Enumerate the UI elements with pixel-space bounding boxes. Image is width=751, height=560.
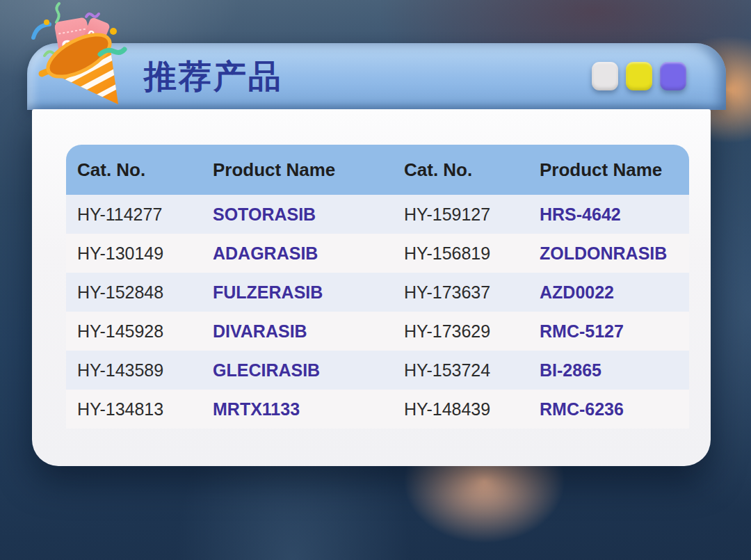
cat-no: HY-145928	[66, 321, 202, 342]
cat-no: HY-173629	[393, 321, 528, 342]
column-header-cat-no-1: Cat. No.	[66, 159, 202, 181]
table-row: HY-143589 GLECIRASIB HY-153724 BI-2865	[66, 351, 689, 390]
cat-no: HY-153724	[393, 360, 528, 381]
popper-cone	[42, 26, 140, 118]
cat-no: HY-134813	[66, 399, 202, 419]
window-button-yellow[interactable]	[626, 62, 652, 90]
column-header-product-name-2: Product Name	[528, 159, 689, 181]
confetti-teal-ribbon	[100, 49, 124, 54]
confetti-yellow-dot	[44, 19, 49, 25]
cat-no: HY-156819	[393, 243, 528, 264]
table-header-row: Cat. No. Product Name Cat. No. Product N…	[66, 145, 689, 195]
cat-no: HY-130149	[66, 243, 202, 264]
product-link[interactable]: AZD0022	[528, 282, 689, 303]
table-row: HY-130149 ADAGRASIB HY-156819 ZOLDONRASI…	[66, 234, 689, 273]
product-link[interactable]: SOTORASIB	[202, 205, 393, 225]
cat-no: HY-114277	[66, 205, 202, 225]
product-link[interactable]: RMC-5127	[528, 321, 689, 342]
table-row: HY-134813 MRTX1133 HY-148439 RMC-6236	[66, 390, 689, 429]
product-link[interactable]: BI-2865	[528, 360, 689, 381]
cat-no: HY-159127	[393, 205, 528, 225]
product-link[interactable]: FULZERASIB	[202, 282, 393, 303]
column-header-product-name-1: Product Name	[202, 159, 393, 181]
product-link[interactable]: DIVARASIB	[202, 321, 393, 342]
party-popper-icon: % %	[28, 1, 140, 118]
product-link[interactable]: GLECIRASIB	[202, 360, 393, 381]
table-row: HY-152848 FULZERASIB HY-173637 AZD0022	[66, 273, 689, 312]
column-header-cat-no-2: Cat. No.	[393, 159, 528, 181]
table-row: HY-145928 DIVARASIB HY-173629 RMC-5127	[66, 312, 689, 351]
window-controls	[592, 62, 686, 90]
product-table: Cat. No. Product Name Cat. No. Product N…	[66, 145, 689, 429]
confetti-yellow-dot	[110, 28, 117, 35]
page-title: 推荐产品	[144, 55, 283, 99]
window-button-white[interactable]	[592, 62, 618, 90]
cat-no: HY-148439	[393, 399, 528, 419]
confetti-blue-swoosh	[33, 24, 49, 38]
cat-no: HY-143589	[66, 360, 202, 381]
product-link[interactable]: ZOLDONRASIB	[528, 243, 689, 264]
product-link[interactable]: HRS-4642	[528, 205, 689, 225]
product-link[interactable]: RMC-6236	[528, 399, 689, 419]
product-link[interactable]: MRTX1133	[202, 399, 393, 419]
window-body: Cat. No. Product Name Cat. No. Product N…	[32, 109, 711, 466]
product-link[interactable]: ADAGRASIB	[202, 243, 393, 264]
cat-no: HY-173637	[393, 282, 528, 303]
window-button-purple[interactable]	[660, 62, 686, 90]
confetti-green-squiggle	[56, 3, 59, 22]
cat-no: HY-152848	[66, 282, 202, 303]
confetti-purple-squiggle	[86, 14, 99, 17]
table-row: HY-114277 SOTORASIB HY-159127 HRS-4642	[66, 195, 689, 234]
